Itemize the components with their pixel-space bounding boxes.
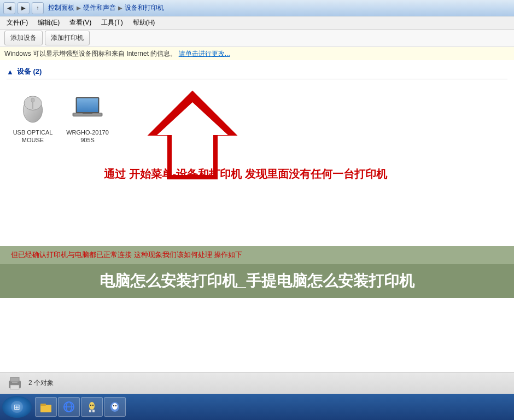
svg-rect-25 bbox=[89, 410, 91, 412]
svg-rect-5 bbox=[77, 98, 98, 113]
taskbar-qq[interactable] bbox=[104, 397, 126, 417]
mouse-icon-wrap bbox=[15, 91, 50, 126]
svg-point-3 bbox=[31, 98, 34, 102]
content-panel: ▲ 设备 (2) bbox=[0, 60, 514, 154]
breadcrumb-devices[interactable]: 设备和打印机 bbox=[125, 3, 164, 13]
mouse-label: USB OPTICAL MOUSE bbox=[13, 129, 53, 144]
svg-marker-10 bbox=[157, 102, 228, 175]
red-arrow-annotation bbox=[132, 86, 253, 206]
mouse-icon bbox=[17, 94, 48, 124]
menu-edit[interactable]: 编辑(E) bbox=[33, 17, 64, 28]
laptop-icon bbox=[71, 95, 104, 122]
svg-rect-26 bbox=[92, 410, 95, 412]
infobar-text: Windows 可以显示增强型设备图标和来自 Internet 的信息。 bbox=[4, 50, 177, 57]
banner-subtitle: 但已经确认打印机与电脑都已正常连接 这种现象我们该如何处理 操作如下 bbox=[0, 246, 514, 264]
svg-point-30 bbox=[115, 405, 116, 406]
section-title: 设备 (2) bbox=[17, 67, 42, 77]
section-expand-icon: ▲ bbox=[7, 68, 14, 76]
svg-point-23 bbox=[90, 405, 91, 406]
svg-rect-12 bbox=[10, 377, 19, 382]
main-content: ▲ 设备 (2) bbox=[0, 60, 514, 372]
breadcrumb: 控制面板 ▶ 硬件和声音 ▶ 设备和打印机 bbox=[48, 3, 164, 13]
taskbar-explorer[interactable] bbox=[35, 397, 57, 417]
banner-title: 电脑怎么安装打印机_手提电脑怎么安装打印机 bbox=[0, 264, 514, 298]
menu-bar: 文件(F) 编辑(E) 查看(V) 工具(T) 帮助(H) bbox=[0, 16, 514, 30]
breadcrumb-hardware[interactable]: 硬件和声音 bbox=[83, 3, 116, 13]
add-printer-button[interactable]: 添加打印机 bbox=[45, 31, 90, 45]
back-button[interactable]: ◀ bbox=[3, 2, 15, 14]
status-bar: 2 个对象 bbox=[0, 372, 514, 394]
svg-point-28 bbox=[112, 403, 118, 410]
menu-tools[interactable]: 工具(T) bbox=[97, 17, 127, 28]
svg-rect-8 bbox=[74, 114, 101, 115]
menu-file[interactable]: 文件(F) bbox=[2, 17, 32, 28]
title-bar: ◀ ▶ ↑ 控制面板 ▶ 硬件和声音 ▶ 设备和打印机 bbox=[0, 0, 514, 16]
device-laptop[interactable]: WRGHO-20170 905S bbox=[66, 91, 109, 144]
statusbar-count: 2 个对象 bbox=[28, 378, 54, 388]
svg-point-22 bbox=[89, 402, 95, 410]
svg-marker-9 bbox=[149, 91, 236, 179]
svg-rect-18 bbox=[40, 404, 46, 406]
svg-rect-17 bbox=[40, 405, 51, 412]
taskbar-ie[interactable] bbox=[58, 397, 80, 417]
forward-button[interactable]: ▶ bbox=[17, 2, 30, 14]
annotation-text1: 通过 开始菜单-设备和打印机 发现里面没有任何一台打印机 bbox=[104, 167, 387, 182]
laptop-icon-wrap bbox=[70, 91, 105, 126]
add-device-button[interactable]: 添加设备 bbox=[4, 31, 43, 45]
taskbar-linux[interactable] bbox=[81, 397, 103, 417]
svg-text:⊞: ⊞ bbox=[14, 402, 20, 411]
toolbar: 添加设备 添加打印机 bbox=[0, 30, 514, 47]
device-mouse[interactable]: USB OPTICAL MOUSE bbox=[11, 91, 55, 144]
infobar-link[interactable]: 请单击进行更改... bbox=[179, 50, 230, 57]
start-button[interactable]: ⊞ bbox=[2, 396, 32, 418]
laptop-label: WRGHO-20170 905S bbox=[66, 129, 109, 144]
breadcrumb-sep1: ▶ bbox=[77, 5, 81, 11]
breadcrumb-controlpanel[interactable]: 控制面板 bbox=[48, 3, 74, 13]
menu-view[interactable]: 查看(V) bbox=[65, 17, 96, 28]
taskbar: ⊞ bbox=[0, 394, 514, 420]
svg-point-24 bbox=[92, 405, 94, 406]
printer-status-icon bbox=[7, 375, 23, 392]
devices-section-header[interactable]: ▲ 设备 (2) bbox=[7, 65, 507, 79]
svg-point-29 bbox=[113, 405, 114, 406]
breadcrumb-sep2: ▶ bbox=[118, 5, 122, 11]
menu-help[interactable]: 帮助(H) bbox=[128, 17, 160, 28]
nav-controls: ◀ ▶ ↑ bbox=[3, 2, 44, 14]
svg-rect-13 bbox=[10, 385, 19, 389]
up-button[interactable]: ↑ bbox=[32, 2, 44, 14]
info-bar: Windows 可以显示增强型设备图标和来自 Internet 的信息。 请单击… bbox=[0, 47, 514, 61]
svg-rect-14 bbox=[12, 382, 17, 383]
overlay-banner: 但已经确认打印机与电脑都已正常连接 这种现象我们该如何处理 操作如下 电脑怎么安… bbox=[0, 246, 514, 298]
devices-area: USB OPTICAL MOUSE bbox=[7, 86, 507, 150]
